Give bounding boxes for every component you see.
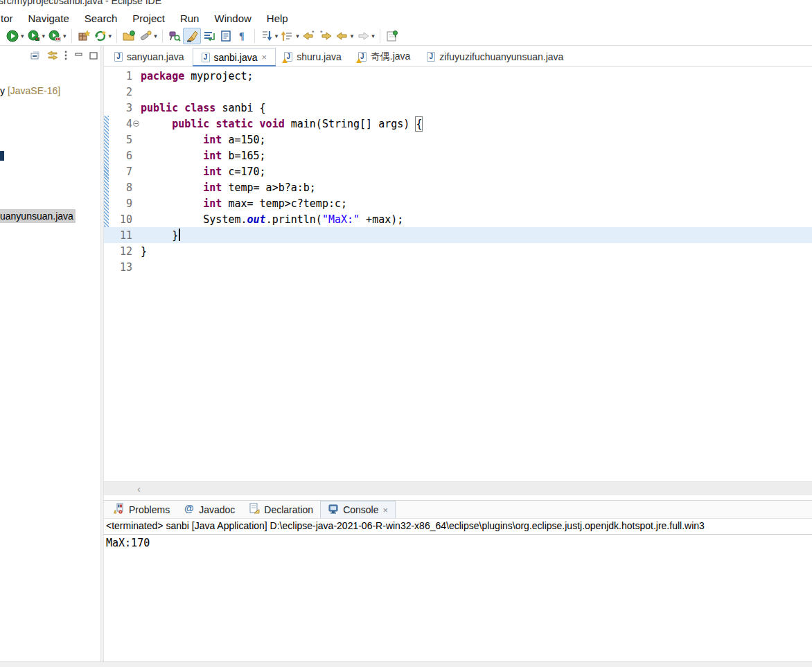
line-number: 4 <box>109 118 132 130</box>
maximize-icon[interactable] <box>89 51 98 63</box>
menu-item-window[interactable]: Window <box>206 11 258 26</box>
new-java-project-button[interactable] <box>76 28 92 44</box>
editor-tab-sanyuan.java[interactable]: Jsanyuan.java <box>106 48 193 66</box>
toggle-mark-occurrences-button[interactable] <box>166 28 183 44</box>
open-task-icon <box>122 29 136 43</box>
collapse-all-icon[interactable] <box>30 50 41 64</box>
code-row-3[interactable]: 3public class sanbi { <box>104 100 812 116</box>
menu-item-search[interactable]: Search <box>77 11 125 26</box>
fold-collapse-icon[interactable] <box>132 116 141 132</box>
code-row-6[interactable]: 6 int b=165; <box>104 148 812 163</box>
view-tab-javadoc[interactable]: @Javadoc <box>177 501 242 518</box>
search-button[interactable]: ▾ <box>137 28 159 44</box>
code-line-text: public class sanbi { <box>141 102 266 114</box>
code-row-5[interactable]: 5 int a=150; <box>104 132 812 148</box>
menu-item-tor[interactable]: tor <box>0 11 21 26</box>
coverage-icon <box>48 29 62 43</box>
horizontal-scrollbar[interactable]: ‹ <box>104 481 812 495</box>
editor-tab-奇偶.java[interactable]: J奇偶.java <box>350 48 419 66</box>
clipped-tree-item <box>0 151 4 161</box>
code-row-9[interactable]: 9 int max= temp>c?temp:c; <box>104 195 812 211</box>
editor-tab-bar: Jsanyuan.javaJsanbi.java×Jshuru.javaJ奇偶.… <box>104 46 812 66</box>
view-tab-problems[interactable]: Problems <box>107 501 177 518</box>
text-cursor <box>179 229 180 241</box>
highlighter-button[interactable] <box>183 28 201 44</box>
view-menu-icon[interactable] <box>64 50 69 64</box>
java-file-icon: J <box>427 52 435 62</box>
dropdown-caret-icon[interactable]: ▾ <box>296 33 299 39</box>
run-button[interactable]: ▾ <box>4 28 26 44</box>
dropdown-caret-icon[interactable]: ▾ <box>42 33 46 39</box>
new-wizard-button[interactable]: ▾ <box>92 28 114 44</box>
fold-ruler <box>132 148 141 163</box>
open-task-button[interactable] <box>121 28 137 44</box>
svg-text:@: @ <box>184 503 194 514</box>
explorer-item-jre[interactable]: y [JavaSE-16] <box>0 85 60 96</box>
workbench: y [JavaSE-16] uanyunsuan.java Jsanyuan.j… <box>0 46 812 661</box>
bottom-tab-bar: Problems@JavadocDeclarationConsole× <box>104 501 812 519</box>
dropdown-caret-icon[interactable]: ▾ <box>154 33 157 39</box>
fold-ruler <box>132 227 141 243</box>
line-number: 8 <box>109 181 132 194</box>
previous-annotation-button[interactable]: ▾ <box>279 28 301 44</box>
menu-item-help[interactable]: Help <box>259 11 296 26</box>
code-row-7[interactable]: 7 int c=170; <box>104 163 812 179</box>
dropdown-caret-icon[interactable]: ▾ <box>21 33 24 39</box>
editor-tab-sanbi.java[interactable]: Jsanbi.java× <box>193 48 276 66</box>
menu-bar: torNavigateSearchProjectRunWindowHelp <box>0 10 812 26</box>
close-tab-icon[interactable]: × <box>262 52 267 62</box>
close-view-icon[interactable]: × <box>383 505 389 515</box>
dropdown-caret-icon[interactable]: ▾ <box>371 33 375 39</box>
format-button[interactable] <box>201 28 218 44</box>
view-tab-label: Javadoc <box>199 504 235 515</box>
explorer-toolbar <box>30 50 98 64</box>
menu-item-navigate[interactable]: Navigate <box>21 11 77 26</box>
show-whitespace-button[interactable]: ¶ <box>234 28 251 44</box>
view-tab-console[interactable]: Console× <box>320 501 396 518</box>
minimize-icon[interactable] <box>75 51 83 63</box>
back-button[interactable]: ▾ <box>334 28 355 44</box>
editor-tab-zifuyuzifuchuanyunsuan.java[interactable]: Jzifuyuzifuchuanyunsuan.java <box>418 48 572 66</box>
code-row-12[interactable]: 12} <box>104 243 812 259</box>
code-row-13[interactable]: 13 <box>104 259 812 275</box>
dropdown-caret-icon[interactable]: ▾ <box>275 33 279 39</box>
menu-item-run[interactable]: Run <box>173 11 207 26</box>
line-number: 11 <box>109 229 132 242</box>
code-line-text: int max= temp>c?temp:c; <box>141 197 347 210</box>
search-icon <box>139 29 152 43</box>
code-row-11[interactable]: 11 } <box>104 227 812 243</box>
window-title-bar: src/myproject/sanbi.java - Eclipse IDE <box>0 0 812 10</box>
jre-decoration: [JavaSE-16] <box>5 85 60 96</box>
fold-ruler <box>132 211 141 227</box>
dropdown-caret-icon[interactable]: ▾ <box>63 33 67 39</box>
java-file-icon: J <box>358 52 367 62</box>
code-row-4[interactable]: 4 public static void main(String[] args)… <box>104 116 812 132</box>
last-edit-location-button[interactable]: * <box>301 28 317 44</box>
code-line-text: int temp= a>b?a:b; <box>141 181 316 194</box>
next-edit-location-button[interactable]: * <box>317 28 334 44</box>
code-editor[interactable]: 1package myproject;23public class sanbi … <box>104 66 812 481</box>
menu-item-project[interactable]: Project <box>125 11 173 26</box>
new-wizard-icon <box>94 29 107 43</box>
next-annotation-button[interactable]: ▾ <box>258 28 280 44</box>
pin-editor-button[interactable] <box>384 28 400 44</box>
editor-tab-shuru.java[interactable]: Jshuru.java <box>276 48 350 66</box>
scroll-left-icon[interactable]: ‹ <box>137 482 141 496</box>
coverage-button[interactable]: ▾ <box>46 28 68 44</box>
explorer-item-selected[interactable]: uanyunsuan.java <box>0 211 76 222</box>
view-tab-label: Declaration <box>264 504 313 515</box>
show-source-button[interactable] <box>218 28 234 44</box>
code-row-8[interactable]: 8 int temp= a>b?a:b; <box>104 179 812 195</box>
code-row-2[interactable]: 2 <box>104 84 812 100</box>
debug-button[interactable]: ▾ <box>26 28 47 44</box>
forward-button[interactable]: ▾ <box>355 28 376 44</box>
fold-ruler <box>132 259 141 275</box>
view-tab-declaration[interactable]: Declaration <box>242 501 320 518</box>
code-row-1[interactable]: 1package myproject; <box>104 68 812 84</box>
line-number: 10 <box>109 213 132 226</box>
code-row-10[interactable]: 10 System.out.println("MaX:" +max); <box>104 211 812 227</box>
console-status-line: <terminated> sanbi [Java Application] D:… <box>104 519 812 535</box>
dropdown-caret-icon[interactable]: ▾ <box>351 33 354 39</box>
dropdown-caret-icon[interactable]: ▾ <box>109 33 112 39</box>
link-with-editor-icon[interactable] <box>47 51 58 63</box>
